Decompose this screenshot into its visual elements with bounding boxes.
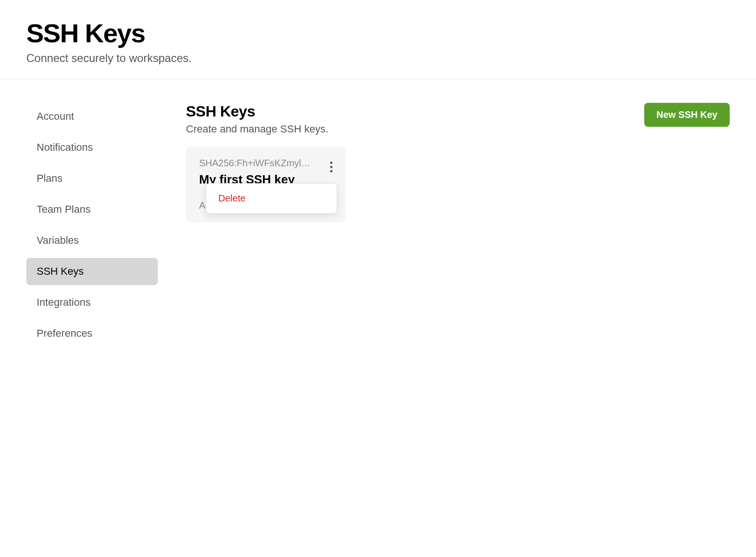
sidebar-item-account[interactable]: Account [26, 103, 158, 130]
dot [330, 166, 332, 168]
section-title: SSH Keys [186, 103, 328, 120]
sidebar-item-ssh-keys[interactable]: SSH Keys [26, 258, 158, 285]
delete-menu-item[interactable]: Delete [206, 186, 337, 210]
page-title: SSH Keys [26, 19, 730, 48]
sidebar-item-variables[interactable]: Variables [26, 227, 158, 254]
sidebar-item-notifications[interactable]: Notifications [26, 134, 158, 161]
sidebar: Account Notifications Plans Team Plans V… [26, 103, 158, 347]
ssh-key-card: SHA256:Fh+iWFsKZmyl… My first SSH key Ad… [186, 147, 346, 222]
dropdown-menu: Delete [206, 183, 337, 214]
more-options-icon[interactable] [328, 160, 334, 174]
page-subtitle: Connect securely to workspaces. [26, 52, 730, 65]
sidebar-item-plans[interactable]: Plans [26, 165, 158, 192]
sidebar-item-preferences[interactable]: Preferences [26, 320, 158, 347]
section-subtitle: Create and manage SSH keys. [186, 123, 328, 135]
sidebar-item-integrations[interactable]: Integrations [26, 289, 158, 316]
dot [330, 170, 332, 172]
page-header: SSH Keys Connect securely to workspaces. [0, 0, 756, 79]
dot [330, 162, 332, 164]
section-title-block: SSH Keys Create and manage SSH keys. [186, 103, 328, 135]
main-content: SSH Keys Create and manage SSH keys. New… [186, 103, 730, 347]
section-header: SSH Keys Create and manage SSH keys. New… [186, 103, 730, 135]
content-area: Account Notifications Plans Team Plans V… [0, 79, 756, 371]
sidebar-item-team-plans[interactable]: Team Plans [26, 196, 158, 223]
ssh-key-fingerprint: SHA256:Fh+iWFsKZmyl… [199, 158, 312, 169]
new-ssh-key-button[interactable]: New SSH Key [644, 103, 730, 127]
